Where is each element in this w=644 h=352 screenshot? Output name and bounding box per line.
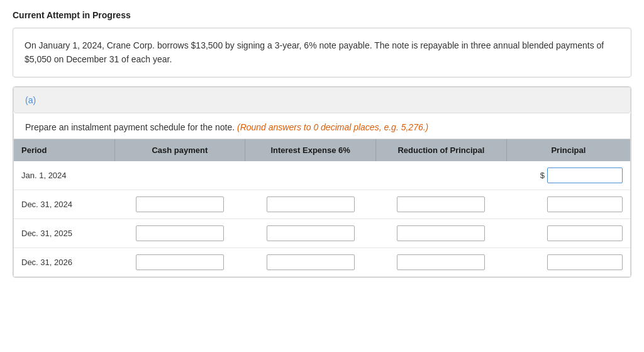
interest-dec2024[interactable] [245, 190, 376, 219]
principal-input-jan2024[interactable] [547, 167, 623, 183]
reduction-input-dec2025[interactable] [397, 225, 485, 241]
cash-payment-input-dec2024[interactable] [136, 196, 224, 212]
principal-cell-jan2024: $ [506, 161, 630, 190]
cash-payment-input-dec2026[interactable] [136, 254, 224, 270]
problem-text: On January 1, 2024, Crane Corp. borrows … [25, 40, 604, 64]
table-wrapper: Period Cash payment Interest Expense 6% … [13, 139, 631, 277]
instruction-highlight: (Round answers to 0 decimal places, e.g.… [237, 122, 428, 132]
interest-input-dec2026[interactable] [267, 254, 355, 270]
principal-cell-dec2025[interactable] [506, 219, 630, 247]
principal-input-dec2025[interactable] [547, 225, 623, 241]
header-cash-payment: Cash payment [114, 139, 245, 161]
instruction-area: Prepare an instalment payment schedule f… [13, 113, 631, 139]
period-dec2024: Dec. 31, 2024 [14, 190, 114, 219]
principal-cell-dec2024[interactable] [506, 190, 630, 219]
cash-payment-input-dec2025[interactable] [136, 225, 224, 241]
part-label: (a) [25, 95, 36, 105]
part-label-box: (a) [13, 87, 631, 113]
table-row: Dec. 31, 2025 [14, 219, 630, 247]
principal-input-dec2026[interactable] [547, 254, 623, 270]
header-reduction-principal: Reduction of Principal [376, 139, 507, 161]
cash-payment-jan2024 [114, 161, 245, 190]
table-row: Dec. 31, 2024 [14, 190, 630, 219]
reduction-dec2024[interactable] [376, 190, 507, 219]
interest-dec2026[interactable] [245, 247, 376, 276]
period-jan2024: Jan. 1, 2024 [14, 161, 114, 190]
interest-dec2025[interactable] [245, 219, 376, 247]
reduction-jan2024 [376, 161, 507, 190]
period-dec2026: Dec. 31, 2026 [14, 247, 114, 276]
interest-input-dec2025[interactable] [267, 225, 355, 241]
reduction-input-dec2026[interactable] [397, 254, 485, 270]
interest-jan2024 [245, 161, 376, 190]
problem-box: On January 1, 2024, Crane Corp. borrows … [13, 28, 631, 77]
reduction-dec2026[interactable] [376, 247, 507, 276]
principal-input-dec2024[interactable] [547, 196, 623, 212]
header-period: Period [14, 139, 114, 161]
reduction-dec2025[interactable] [376, 219, 507, 247]
interest-input-dec2024[interactable] [267, 196, 355, 212]
table-header-row: Period Cash payment Interest Expense 6% … [14, 139, 630, 161]
cash-payment-dec2025[interactable] [114, 219, 245, 247]
table-row: Jan. 1, 2024 $ [14, 161, 630, 190]
combined-box: (a) Prepare an instalment payment schedu… [13, 86, 631, 278]
page-container: Current Attempt in Progress On January 1… [0, 0, 644, 288]
table-row: Dec. 31, 2026 [14, 247, 630, 276]
section-title: Current Attempt in Progress [13, 10, 631, 20]
instalment-table: Period Cash payment Interest Expense 6% … [14, 139, 630, 276]
instruction-static: Prepare an instalment payment schedule f… [25, 122, 237, 132]
reduction-input-dec2024[interactable] [397, 196, 485, 212]
period-dec2025: Dec. 31, 2025 [14, 219, 114, 247]
cash-payment-dec2026[interactable] [114, 247, 245, 276]
dollar-sign-jan2024: $ [540, 171, 545, 180]
cash-payment-dec2024[interactable] [114, 190, 245, 219]
principal-cell-dec2026[interactable] [506, 247, 630, 276]
header-interest-expense: Interest Expense 6% [245, 139, 376, 161]
header-principal: Principal [506, 139, 630, 161]
